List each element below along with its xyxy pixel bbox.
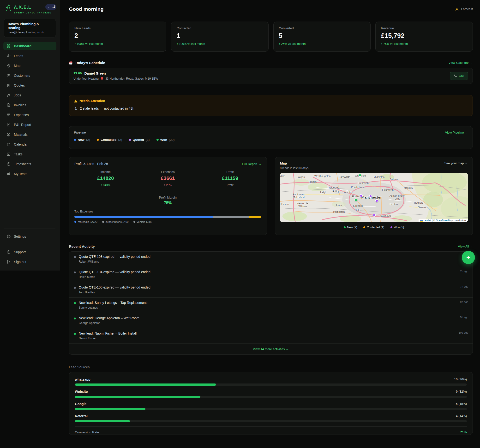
sidebar-item-label: Sign out <box>14 260 26 264</box>
night-weather-pill[interactable] <box>45 4 56 10</box>
signout-icon <box>7 260 11 264</box>
sidebar-item-label: Map <box>14 64 20 68</box>
leaflet-link[interactable]: Leaflet <box>424 219 431 222</box>
sidebar-item-jobs[interactable]: Jobs <box>3 91 56 100</box>
sidebar-item-label: Timesheets <box>14 162 31 166</box>
activity-row[interactable]: New lead: Naomi Fisher – Boiler Install … <box>69 328 473 344</box>
sidebar-item-settings[interactable]: Settings <box>3 232 56 241</box>
pipeline-card: Pipeline View Pipeline → New(2)Contacted… <box>69 126 473 149</box>
sidebar-item-label: Dashboard <box>14 44 31 48</box>
sidebar-item-materials[interactable]: Materials <box>3 130 56 139</box>
legend-dot <box>134 221 135 223</box>
forecast-button[interactable]: Forecast <box>455 7 473 11</box>
sidebar-item-calendar[interactable]: Calendar <box>3 140 56 149</box>
activity-header: Recent Activity View All → <box>69 244 473 248</box>
calendar-icon <box>7 142 11 146</box>
top-expenses-bar <box>74 216 261 218</box>
pnl-col-label: Income <box>74 170 137 174</box>
view-calendar-link[interactable]: View Calendar → <box>449 61 473 64</box>
activity-dot <box>74 271 76 273</box>
call-label: Call <box>459 74 464 78</box>
stage-label: Contacted <box>100 138 116 142</box>
source-label: Google <box>75 402 86 406</box>
view-more-activities-link[interactable]: View 14 more activities → <box>253 347 289 351</box>
top-expenses-label: Top Expenses <box>74 210 261 213</box>
sidebar-item-leads[interactable]: Leads <box>3 52 56 60</box>
stat-value: £15,792 <box>381 32 467 40</box>
sidebar-item-label: My Team <box>14 172 28 176</box>
activity-row[interactable]: Quote QTE-106 expired — validity period … <box>69 282 473 298</box>
legend-label: New (2) <box>347 226 357 229</box>
sidebar-item-support[interactable]: Support <box>3 248 56 256</box>
stat-delta: ↑ 75% vs last month <box>381 42 467 46</box>
pnl-col-value: £3661 <box>137 175 199 181</box>
appointment-address: 33 Northenden Road, Gatley, M19 1EW <box>105 77 158 80</box>
legend-dot <box>74 221 76 223</box>
activity-dot <box>74 287 76 289</box>
attention-arrow[interactable]: → <box>463 103 467 108</box>
sidebar-item-map[interactable]: Map <box>3 61 56 70</box>
check-square-icon <box>7 152 11 156</box>
ukraine-flag-icon <box>420 220 423 222</box>
user-plus-icon <box>7 54 11 58</box>
sidebar-item-timesheets[interactable]: Timesheets <box>3 160 56 168</box>
lead-marker[interactable] <box>358 174 361 177</box>
sidebar-item-my-team[interactable]: My Team <box>3 170 56 178</box>
sidebar-item-dashboard[interactable]: Dashboard <box>3 42 56 50</box>
activity-row[interactable]: Quote QTE-104 expired — validity period … <box>69 267 473 282</box>
lead-marker[interactable] <box>375 199 379 202</box>
pnl-col-label: Profit <box>199 170 261 174</box>
osm-link[interactable]: OpenStreetMap <box>436 219 453 222</box>
view-all-link[interactable]: View All → <box>458 245 473 248</box>
source-label: Website <box>75 390 88 393</box>
activity-row[interactable]: Quote QTE-103 expired — validity period … <box>69 252 473 267</box>
pnl-col-delta: ↑ 843% <box>74 183 137 187</box>
pipeline-title: Pipeline <box>74 131 86 134</box>
legend-dot <box>390 226 392 228</box>
call-button[interactable]: Call <box>450 72 468 80</box>
sidebar-item-p-l-report[interactable]: P&L Report <box>3 120 56 129</box>
main-content: Good morning Forecast New Leads 2 ↑ 100%… <box>60 0 480 448</box>
file-text-icon <box>7 103 11 107</box>
lead-marker[interactable] <box>369 195 372 198</box>
page-title: Good morning <box>69 6 104 12</box>
sidebar-item-tasks[interactable]: Tasks <box>3 150 56 159</box>
lead-marker[interactable] <box>360 194 363 197</box>
stat-label: New Leads <box>74 26 161 30</box>
activity-row[interactable]: New lead: George Appleton – Wet Room Geo… <box>69 313 473 328</box>
lead-sources-card: whatsapp 10 (36%) Website 9 (32%) Google… <box>69 372 473 435</box>
lead-marker[interactable] <box>354 198 357 201</box>
stat-delta: ↑ 100% vs last month <box>74 42 161 46</box>
sidebar-item-label: Settings <box>14 234 26 238</box>
pipeline-stage-quoted: Quoted(3) <box>129 138 150 142</box>
conversion-rate-value: 71% <box>460 430 467 434</box>
see-your-map-link[interactable]: See your map → <box>444 161 468 165</box>
sidebar-item-expenses[interactable]: Expenses <box>3 110 56 119</box>
map-legend: New (2)Contacted (1)Won (5) <box>280 226 468 229</box>
view-pipeline-link[interactable]: View Pipeline → <box>445 131 468 134</box>
leaflet-map[interactable]: daleWiganWesthoughtonFarnworthWhitefield… <box>280 173 468 222</box>
sidebar-item-invoices[interactable]: Invoices <box>3 101 56 109</box>
legend-label: subscriptions £409 <box>106 221 129 223</box>
brand-tagline: EVERY LEAD. TRACKED. <box>14 11 53 14</box>
divider <box>4 228 56 229</box>
sidebar-item-quotes[interactable]: Quotes <box>3 81 56 90</box>
sidebar-item-sign-out[interactable]: Sign out <box>3 258 56 266</box>
activity-row[interactable]: New lead: Sunny Lettings – Tap Replaceme… <box>69 298 473 313</box>
sidebar-item-label: Quotes <box>14 83 25 87</box>
needs-attention-card[interactable]: Needs Attention 2 stale leads — not cont… <box>69 95 473 116</box>
sidebar-footer: SettingsSupportSign out <box>3 226 56 266</box>
credit-card-icon <box>7 113 11 117</box>
expense-legend-item: vehicle £285 <box>134 221 152 223</box>
add-button[interactable]: + <box>462 251 475 264</box>
schedule-card[interactable]: 13:00 Daniel Green Underfloor Heating 33… <box>69 68 473 84</box>
users-icon <box>7 73 11 78</box>
source-bar-fill <box>75 384 216 386</box>
box-icon <box>7 132 11 137</box>
stage-count: (2) <box>118 138 122 142</box>
lead-marker[interactable] <box>373 214 376 217</box>
stage-dot <box>156 139 159 141</box>
full-report-link[interactable]: Full Report → <box>242 162 261 166</box>
sidebar-item-customers[interactable]: Customers <box>3 71 56 80</box>
account-card[interactable]: Dave's Plumbing & Heating dave@davesplum… <box>4 19 56 37</box>
